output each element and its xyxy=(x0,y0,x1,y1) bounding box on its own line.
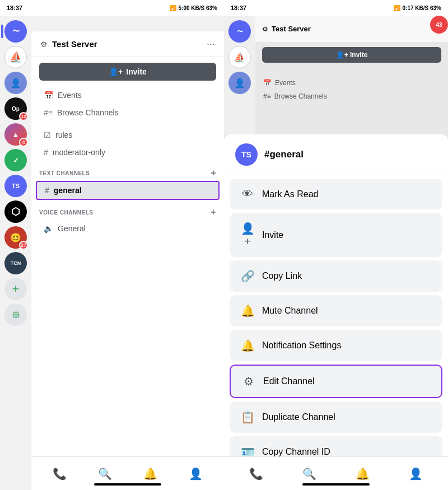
tcn-label: TCN xyxy=(11,260,21,266)
discover-button[interactable]: ⊕ xyxy=(4,304,27,326)
rules-label: rules xyxy=(55,130,72,139)
copy-link-label: Copy Link xyxy=(262,271,302,281)
menu-item-edit-channel[interactable]: ⚙ Edit Channel xyxy=(230,365,442,398)
face-icon: 😊 xyxy=(10,232,21,243)
kebab-menu-button[interactable]: ··· xyxy=(207,38,215,50)
sidebar-item-opus[interactable]: Op 12 xyxy=(4,97,27,120)
right-phone-icon: 📞 xyxy=(249,467,263,480)
general-voice-item[interactable]: 🔈 General xyxy=(36,220,220,237)
left-status-bar: 18:37 📶 5:00 KB/S 63% xyxy=(0,0,224,16)
right-search-tab-button[interactable]: 🔍 xyxy=(300,464,320,484)
sidebar-item-person[interactable]: 👤 xyxy=(4,72,27,94)
opus-icon: Op xyxy=(12,106,20,112)
sidebar-item-home[interactable]: 〜 xyxy=(4,20,27,43)
context-avatar: TS xyxy=(235,143,258,166)
search-icon: 🔍 xyxy=(98,467,112,480)
openai-icon: ⬡ xyxy=(11,206,20,218)
channel-list-panel: ⚙ Test Server ··· 👤+ Invite 📅 Events #≡ … xyxy=(31,31,224,490)
general-voice-label: General xyxy=(58,224,86,233)
bell-icon: 🔔 xyxy=(143,467,157,480)
sidebar-item-tcn[interactable]: TCN xyxy=(4,252,27,274)
voice-channels-label: VOICE CHANNELS xyxy=(39,209,93,216)
context-menu-header: TS #general xyxy=(224,134,448,175)
duplicate-icon: 📋 xyxy=(241,410,254,424)
channel-list: 📅 Events #≡ Browse Channels ☑ rules # mo… xyxy=(31,86,224,490)
add-text-channel-button[interactable]: + xyxy=(211,168,216,178)
speaker-icon: 🔈 xyxy=(44,224,53,233)
invite-button[interactable]: 👤+ Invite xyxy=(39,63,216,81)
calendar-icon: 📅 xyxy=(44,91,53,100)
left-panel: 18:37 📶 5:00 KB/S 63% 〜 ⛵ 👤 Op 12 ▲ 4 ✓ … xyxy=(0,0,224,490)
signal-icon: 📶 xyxy=(170,5,176,11)
add-voice-channel-button[interactable]: + xyxy=(211,207,216,217)
text-channels-header: TEXT CHANNELS + xyxy=(31,161,224,180)
right-profile-tab-button[interactable]: 👤 xyxy=(406,464,426,484)
menu-item-invite[interactable]: 👤+ Invite xyxy=(230,213,442,257)
menu-item-notification-settings[interactable]: 🔔 Notification Settings xyxy=(230,330,442,361)
hash-icon: # xyxy=(44,148,48,157)
opus-badge: 12 xyxy=(19,112,28,121)
sidebar-item-check[interactable]: ✓ xyxy=(4,149,27,171)
notification-settings-label: Notification Settings xyxy=(262,340,341,351)
battery-info: 5:00 KB/S 63% xyxy=(179,5,217,11)
left-time: 18:37 xyxy=(7,4,22,11)
context-channel-name: #general xyxy=(264,149,304,160)
sidebar-item-face[interactable]: 😊 27 xyxy=(4,226,27,249)
invite-person-icon: 👤+ xyxy=(241,222,254,248)
add-server-button[interactable]: + xyxy=(4,278,27,300)
right-phone-tab-button[interactable]: 📞 xyxy=(246,464,267,484)
left-status-icons: 📶 5:00 KB/S 63% xyxy=(170,5,217,11)
general-text-item[interactable]: # general xyxy=(36,181,220,200)
moderator-label: moderator-only xyxy=(53,148,105,157)
server-settings-icon: ⚙ xyxy=(40,40,48,49)
triangle-icon: ▲ xyxy=(12,130,20,139)
invite-label: Invite xyxy=(126,67,147,76)
right-bell-tab-button[interactable]: 🔔 xyxy=(353,464,373,484)
server-header: ⚙ Test Server ··· xyxy=(31,31,224,57)
search-tab-button[interactable]: 🔍 xyxy=(95,464,115,484)
profile-tab-button[interactable]: 👤 xyxy=(186,464,206,484)
menu-item-mark-as-read[interactable]: 👁 Mark As Read xyxy=(230,179,442,209)
person-icon: 👤 xyxy=(10,78,21,88)
invite-label: Invite xyxy=(262,230,283,240)
mute-bell-icon: 🔔 xyxy=(241,304,254,318)
menu-item-duplicate-channel[interactable]: 📋 Duplicate Channel xyxy=(230,402,442,433)
link-icon: 🔗 xyxy=(241,269,254,283)
gear-icon: ⚙ xyxy=(242,375,255,388)
sidebar-item-openai[interactable]: ⬡ xyxy=(4,200,27,223)
right-search-icon: 🔍 xyxy=(302,467,316,480)
triangle-badge: 4 xyxy=(19,138,28,147)
invite-icon: 👤+ xyxy=(109,67,123,76)
context-menu-overlay: TS #general 👁 Mark As Read 👤+ Invite 🔗 C… xyxy=(224,0,448,490)
right-panel: 18:37 📶 0:17 KB/S 63% 〜 ⛵ 👤 ⚙ Test Serve… xyxy=(224,0,448,490)
mute-channel-label: Mute Channel xyxy=(262,306,318,316)
voice-channels-header: VOICE CHANNELS + xyxy=(31,200,224,220)
ts-label: TS xyxy=(12,183,20,189)
sidebar-item-sail[interactable]: ⛵ xyxy=(4,46,27,68)
right-bell-icon: 🔔 xyxy=(356,467,370,480)
sail-icon: ⛵ xyxy=(10,51,22,63)
home-icon: 〜 xyxy=(12,26,20,36)
general-hash-icon: # xyxy=(45,186,49,195)
right-home-indicator xyxy=(302,483,370,486)
sidebar-item-triangle[interactable]: ▲ 4 xyxy=(4,123,27,146)
eye-icon: 👁 xyxy=(241,188,254,200)
rules-icon: ☑ xyxy=(44,130,51,139)
moderator-item[interactable]: # moderator-only xyxy=(36,144,220,161)
face-badge: 27 xyxy=(19,241,28,250)
right-profile-icon: 👤 xyxy=(409,467,423,480)
events-item[interactable]: 📅 Events xyxy=(36,87,220,104)
menu-item-copy-link[interactable]: 🔗 Copy Link xyxy=(230,260,442,292)
server-name-area: ⚙ Test Server xyxy=(40,39,97,49)
left-home-indicator xyxy=(31,483,224,486)
browse-channels-item[interactable]: #≡ Browse Channels xyxy=(36,104,220,121)
hash-browse-icon: #≡ xyxy=(44,108,53,117)
mark-as-read-label: Mark As Read xyxy=(262,189,318,199)
browse-label: Browse Channels xyxy=(57,108,119,117)
menu-item-mute-channel[interactable]: 🔔 Mute Channel xyxy=(230,295,442,326)
phone-tab-button[interactable]: 📞 xyxy=(50,464,70,484)
rules-item[interactable]: ☑ rules xyxy=(36,127,220,143)
check-icon: ✓ xyxy=(13,156,19,165)
bell-tab-button[interactable]: 🔔 xyxy=(141,464,161,484)
sidebar-item-ts[interactable]: TS xyxy=(4,175,27,197)
